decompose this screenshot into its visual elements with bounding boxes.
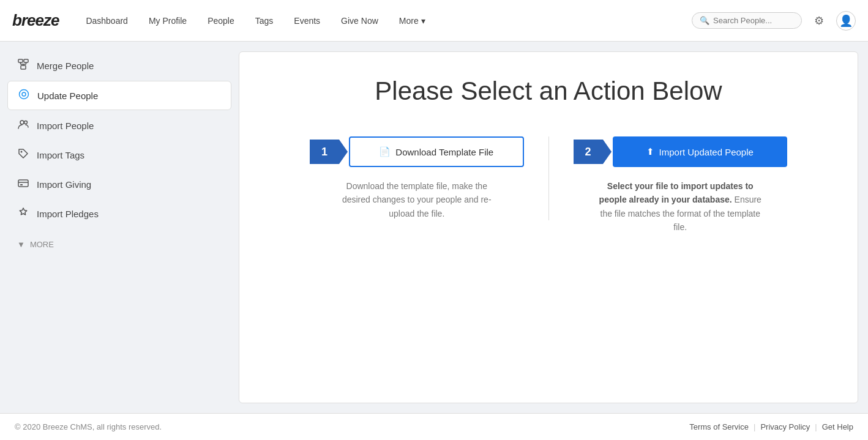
nav-give-now[interactable]: Give Now [332, 11, 387, 31]
search-box[interactable]: 🔍 [692, 12, 802, 29]
step-1-badge: 1 [310, 140, 339, 164]
header-right: 🔍 ⚙ 👤 [692, 11, 856, 31]
nav-more[interactable]: More ▾ [391, 11, 434, 31]
sidebar-more[interactable]: ▼ MORE [7, 233, 231, 256]
nav-people[interactable]: People [199, 11, 243, 31]
footer: © 2020 Breeze ChMS, all rights reserved.… [0, 413, 868, 440]
copyright: © 2020 Breeze ChMS, all rights reserved. [15, 422, 162, 431]
action-col-2: 2 ⬆ Import Updated People Select your fi… [549, 136, 812, 234]
action-col-1: 1 📄 Download Template File Download the … [285, 136, 549, 220]
sidebar-label-import-pledges: Import Pledges [37, 209, 99, 219]
nav-my-profile[interactable]: My Profile [140, 11, 195, 31]
actions-row: 1 📄 Download Template File Download the … [285, 136, 812, 234]
footer-divider-1: | [754, 422, 755, 431]
action-1-header: 1 📄 Download Template File [310, 136, 524, 167]
step-2-badge: 2 [574, 140, 603, 164]
upload-icon: ⬆ [646, 146, 654, 157]
sidebar-label-update-people: Update People [37, 91, 98, 101]
nav-events[interactable]: Events [285, 11, 329, 31]
update-icon [18, 89, 30, 102]
page-content: Please Select an Action Below 1 📄 Downlo… [239, 51, 858, 403]
action-1-description: Download the template file, make the des… [331, 179, 503, 220]
file-icon: 📄 [379, 146, 391, 157]
sidebar-item-import-giving[interactable]: Import Giving [7, 170, 231, 198]
terms-of-service-link[interactable]: Terms of Service [689, 422, 749, 431]
avatar-icon[interactable]: 👤 [836, 11, 856, 31]
sidebar-label-import-giving: Import Giving [37, 179, 91, 190]
nav-tags[interactable]: Tags [247, 11, 282, 31]
search-icon: 🔍 [700, 16, 709, 25]
svg-rect-2 [21, 65, 26, 69]
sidebar-label-import-tags: Import Tags [37, 150, 84, 160]
sidebar: Merge People Update People Import Pe [0, 42, 239, 413]
action-2-header: 2 ⬆ Import Updated People [574, 136, 788, 167]
merge-icon [17, 59, 29, 72]
nav: Dashboard My Profile People Tags Events … [77, 11, 692, 31]
sidebar-item-import-pledges[interactable]: Import Pledges [7, 199, 231, 228]
download-template-button[interactable]: 📄 Download Template File [349, 136, 524, 167]
svg-point-8 [22, 92, 26, 96]
footer-links: Terms of Service | Privacy Policy | Get … [689, 422, 853, 431]
logo[interactable]: breeze [12, 11, 59, 30]
more-down-arrow-icon: ▼ [17, 240, 25, 249]
svg-point-9 [20, 121, 24, 124]
sidebar-item-merge-people[interactable]: Merge People [7, 51, 231, 80]
header: breeze Dashboard My Profile People Tags … [0, 0, 868, 42]
svg-rect-12 [18, 180, 28, 187]
sidebar-more-label: MORE [30, 240, 54, 249]
sidebar-item-import-people[interactable]: Import People [7, 111, 231, 140]
sidebar-item-update-people[interactable]: Update People [7, 81, 231, 110]
get-help-link[interactable]: Get Help [822, 422, 853, 431]
import-pledges-icon [17, 207, 29, 220]
svg-rect-0 [18, 59, 23, 62]
nav-dashboard[interactable]: Dashboard [77, 11, 137, 31]
import-updated-people-button[interactable]: ⬆ Import Updated People [613, 136, 788, 167]
search-input[interactable] [713, 16, 794, 25]
svg-point-10 [24, 121, 28, 124]
main: Merge People Update People Import Pe [0, 42, 868, 413]
sidebar-label-merge-people: Merge People [37, 61, 94, 71]
import-tags-icon [17, 148, 29, 162]
sidebar-label-import-people: Import People [37, 121, 94, 131]
sidebar-item-import-tags[interactable]: Import Tags [7, 141, 231, 169]
page-title: Please Select an Action Below [375, 76, 722, 106]
action-2-description: Select your file to import updates to pe… [594, 179, 766, 234]
footer-divider-2: | [815, 422, 817, 431]
privacy-policy-link[interactable]: Privacy Policy [760, 422, 810, 431]
import-giving-icon [17, 177, 29, 191]
svg-rect-14 [20, 184, 23, 185]
svg-point-11 [21, 151, 23, 153]
svg-rect-1 [24, 59, 28, 62]
svg-point-7 [20, 90, 29, 99]
import-people-icon [17, 119, 29, 132]
settings-icon[interactable]: ⚙ [809, 11, 829, 31]
